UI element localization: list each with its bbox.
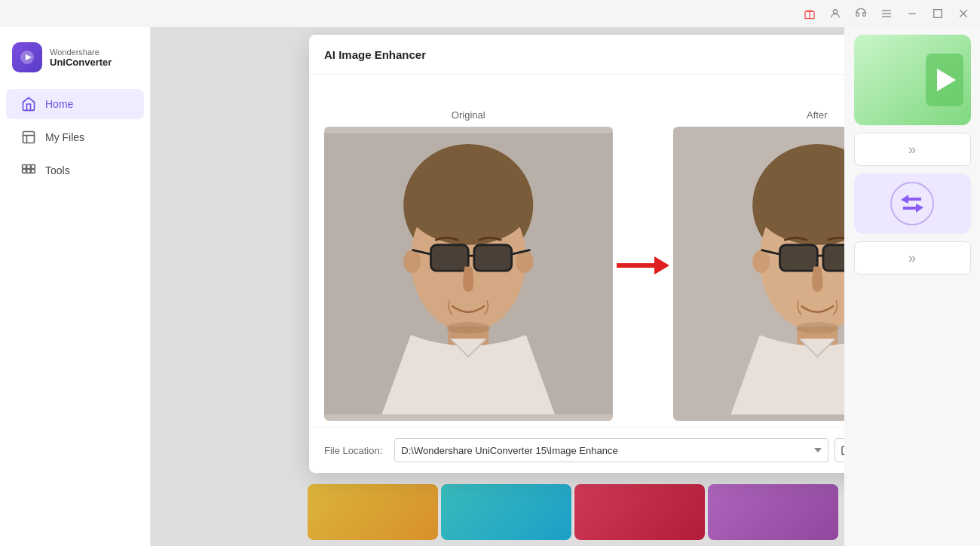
svg-rect-41 — [779, 245, 817, 271]
original-image-panel: Original — [324, 109, 613, 421]
svg-rect-11 — [23, 132, 35, 143]
comparison-arrow — [617, 256, 669, 275]
sidebar-item-my-files[interactable]: My Files — [6, 122, 144, 152]
arrow-container — [613, 109, 673, 275]
svg-rect-29 — [474, 245, 512, 271]
svg-point-47 — [795, 322, 838, 333]
expand-button-2[interactable]: » — [854, 241, 971, 275]
brand-name: Wondershare — [50, 48, 112, 57]
folder-browse-button[interactable] — [835, 438, 844, 462]
main-content: AI Image Enhancer Feedback — [151, 27, 844, 546]
dialog-footer: File Location: D:\Wondershare UniConvert… — [309, 427, 844, 473]
expand-button-1[interactable]: » — [854, 133, 971, 166]
svg-rect-14 — [23, 165, 26, 169]
title-bar — [0, 0, 980, 27]
file-location-wrap: D:\Wondershare UniConverter 15\Image Enh… — [394, 438, 844, 462]
converter-card[interactable] — [854, 173, 971, 234]
original-label: Original — [452, 109, 485, 121]
svg-point-1 — [833, 10, 837, 14]
image-comparison-area: Original — [309, 109, 844, 421]
dialog-toolbar: Replace File — [309, 75, 844, 109]
file-location-select[interactable]: D:\Wondershare UniConverter 15\Image Enh… — [394, 438, 828, 462]
svg-point-26 — [403, 250, 421, 273]
ai-image-enhancer-dialog: AI Image Enhancer Feedback — [309, 35, 844, 473]
file-location-label: File Location: — [324, 445, 382, 456]
svg-point-34 — [447, 322, 490, 333]
svg-point-25 — [405, 158, 531, 245]
svg-rect-16 — [31, 165, 35, 169]
sidebar-label-home: Home — [45, 98, 73, 110]
after-image — [673, 127, 845, 421]
logo-text: Wondershare UniConverter — [50, 48, 112, 68]
svg-rect-28 — [431, 245, 469, 271]
svg-rect-15 — [27, 165, 31, 169]
after-image-panel: After — [673, 109, 845, 421]
headset-icon[interactable] — [850, 3, 871, 24]
sidebar: Wondershare UniConverter Home My Files — [0, 27, 151, 546]
chevron-right-icon: » — [908, 142, 916, 158]
sidebar-item-home[interactable]: Home — [6, 89, 144, 119]
maximize-button[interactable] — [927, 3, 948, 24]
minimize-button[interactable] — [902, 3, 923, 24]
svg-rect-18 — [27, 169, 31, 173]
sidebar-item-tools[interactable]: Tools — [6, 155, 144, 186]
original-image — [324, 127, 613, 421]
chevron-right-icon-2: » — [908, 250, 916, 266]
svg-point-51 — [891, 183, 933, 225]
app-logo — [12, 42, 42, 72]
svg-point-39 — [752, 250, 770, 273]
right-panel: » » — [844, 27, 980, 546]
svg-rect-42 — [822, 245, 844, 271]
product-name: UniConverter — [50, 57, 112, 68]
promo-card-top[interactable] — [854, 35, 971, 125]
dialog-header: AI Image Enhancer Feedback — [309, 35, 844, 75]
close-button[interactable] — [953, 3, 974, 24]
after-label: After — [807, 109, 827, 121]
sidebar-label-tools: Tools — [45, 164, 70, 176]
menu-icon[interactable] — [876, 3, 897, 24]
svg-rect-19 — [31, 169, 35, 173]
avatar-icon[interactable] — [825, 3, 846, 24]
svg-rect-17 — [23, 169, 26, 173]
gift-icon[interactable] — [799, 3, 820, 24]
logo-area: Wondershare UniConverter — [0, 35, 150, 87]
svg-rect-6 — [934, 10, 942, 18]
app-container: Wondershare UniConverter Home My Files — [0, 27, 980, 546]
dialog-title: AI Image Enhancer — [324, 48, 426, 61]
sidebar-label-my-files: My Files — [45, 131, 84, 143]
